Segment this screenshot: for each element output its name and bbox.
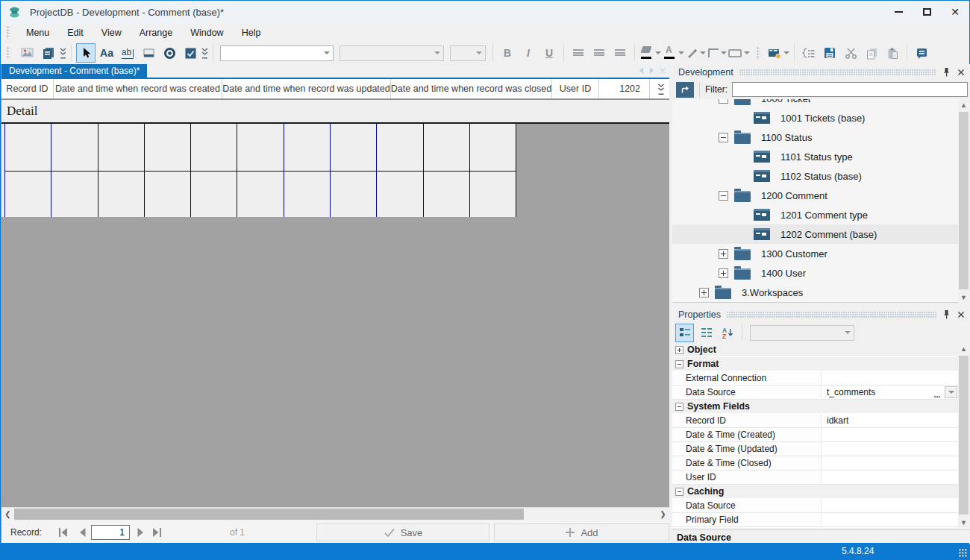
previous-record-button[interactable] (73, 523, 91, 541)
minimize-button[interactable] (884, 1, 913, 23)
align-center-button[interactable] (589, 43, 609, 63)
field-header-2[interactable]: Date and time when record was created (54, 79, 222, 98)
alphabetical-sort-button[interactable]: A Z (719, 324, 737, 342)
scrollbar-thumb[interactable] (14, 509, 524, 520)
toggle-panel-button[interactable] (912, 43, 931, 63)
tree-item[interactable]: 1202 Comment (base) (672, 224, 958, 244)
border-style-button[interactable] (707, 43, 727, 63)
tree-item[interactable]: 1102 Status (base) (672, 166, 958, 186)
menu-item-menu[interactable]: Menu (17, 25, 58, 40)
line-color-button[interactable] (686, 43, 706, 63)
property-row[interactable]: User ID (672, 471, 958, 485)
menu-item-window[interactable]: Window (181, 25, 232, 40)
tree-item[interactable]: 1000 Ticket (672, 99, 958, 108)
property-row[interactable]: Data Sourcet_comments... (672, 386, 958, 400)
property-row[interactable]: Date & Time (Updated) (672, 442, 958, 456)
field-header-4[interactable]: Date and time when record was closed (391, 79, 552, 98)
font-size-combobox[interactable] (450, 45, 486, 61)
property-value[interactable] (822, 456, 958, 470)
panel-drag-texture[interactable] (727, 312, 936, 318)
collapse-icon[interactable] (675, 488, 683, 496)
chevron-overflow-icon[interactable] (59, 47, 67, 60)
expand-icon[interactable] (699, 288, 709, 298)
paste-button[interactable] (883, 43, 902, 63)
tree-item[interactable]: 1201 Comment type (672, 205, 958, 224)
tab-close-icon[interactable] (659, 67, 666, 75)
property-category-row[interactable]: Caching (672, 485, 958, 499)
tree-item[interactable]: 1200 Comment (672, 186, 958, 205)
detail-band-header[interactable]: Detail (1, 99, 669, 124)
select-tool-button[interactable] (76, 43, 96, 63)
scroll-down-icon[interactable]: ▼ (958, 517, 969, 528)
first-record-button[interactable] (54, 523, 72, 541)
ellipsis-button[interactable]: ... (931, 387, 943, 397)
property-value[interactable]: idkart (822, 414, 958, 427)
field-list-button[interactable] (799, 43, 819, 63)
pin-icon[interactable] (942, 309, 951, 319)
expand-icon[interactable] (719, 268, 728, 278)
bold-button[interactable]: B (498, 43, 517, 63)
field-header-3[interactable]: Date and time when record was updated (222, 79, 391, 98)
font-color-button[interactable]: A (663, 43, 684, 63)
toolbar-grip[interactable] (7, 26, 10, 39)
expand-icon[interactable] (719, 249, 728, 259)
property-category-row[interactable]: System Fields (672, 400, 958, 414)
list-view-button[interactable] (697, 324, 716, 342)
categorized-view-button[interactable] (675, 324, 694, 342)
record-number-input[interactable] (91, 525, 130, 540)
underline-button[interactable]: U (539, 43, 559, 63)
tree-item[interactable]: 1100 Status (672, 128, 958, 147)
property-value[interactable] (822, 428, 958, 441)
scroll-left-icon[interactable]: ❮ (1, 508, 14, 520)
shape-style-button[interactable] (728, 43, 750, 63)
radio-tool-button[interactable] (160, 43, 179, 63)
save-button[interactable] (820, 43, 839, 63)
tab-development-comment[interactable]: Development - Comment (base)* (1, 64, 147, 78)
menu-item-view[interactable]: View (93, 25, 131, 40)
cut-button[interactable] (841, 43, 860, 63)
property-row[interactable]: Record IDidkart (672, 414, 958, 428)
add-record-button[interactable]: Add (494, 523, 669, 541)
align-left-button[interactable] (569, 43, 588, 63)
copy-button[interactable] (862, 43, 881, 63)
property-row[interactable]: Primary Field (672, 513, 958, 527)
property-row[interactable]: Date & Time (Closed) (672, 456, 958, 471)
tree-item[interactable]: 1101 Status type (672, 147, 958, 166)
property-category-row[interactable]: Object (672, 343, 958, 357)
menu-item-arrange[interactable]: Arrange (131, 25, 181, 40)
label-tool-button[interactable]: Aa (97, 43, 116, 63)
align-right-button[interactable] (610, 43, 630, 63)
property-row[interactable]: Data Source (672, 499, 958, 513)
collapse-icon[interactable] (675, 360, 683, 368)
property-row[interactable]: Date & Time (Created) (672, 428, 958, 442)
horizontal-scrollbar[interactable]: ❮ ❯ (1, 507, 669, 520)
tree-scrollbar[interactable]: ▲ ▼ (958, 99, 969, 303)
panel-drag-texture[interactable] (739, 69, 936, 76)
scrollbar-thumb[interactable] (959, 112, 969, 289)
collapse-icon[interactable] (719, 99, 728, 104)
close-panel-icon[interactable] (957, 311, 965, 318)
insert-image-button[interactable] (18, 43, 37, 63)
scroll-up-icon[interactable]: ▲ (958, 343, 969, 354)
button-tool-button[interactable] (139, 43, 158, 63)
save-record-button[interactable]: Save (316, 523, 489, 541)
navigate-to-object-button[interactable] (676, 82, 694, 98)
tab-scroll-left-icon[interactable] (638, 66, 645, 75)
menu-item-help[interactable]: Help (233, 25, 270, 40)
form-options-button[interactable] (768, 43, 789, 63)
tab-scroll-right-icon[interactable] (648, 66, 655, 75)
properties-scrollbar[interactable]: ▲ ▼ (958, 343, 969, 528)
property-category-row[interactable]: Format (672, 357, 958, 371)
collapse-icon[interactable] (675, 403, 683, 411)
property-value[interactable] (822, 371, 958, 385)
close-panel-icon[interactable] (957, 69, 965, 76)
menu-item-edit[interactable]: Edit (58, 25, 93, 40)
font-family-combobox[interactable] (220, 45, 334, 61)
pin-icon[interactable] (942, 67, 951, 77)
field-header-6[interactable]: 1202 (599, 79, 650, 98)
next-record-button[interactable] (131, 523, 149, 541)
property-value[interactable] (822, 513, 958, 526)
close-button[interactable]: ✕ (941, 1, 969, 23)
scrollbar-thumb[interactable] (959, 356, 969, 515)
report-layout-button[interactable] (39, 43, 58, 63)
